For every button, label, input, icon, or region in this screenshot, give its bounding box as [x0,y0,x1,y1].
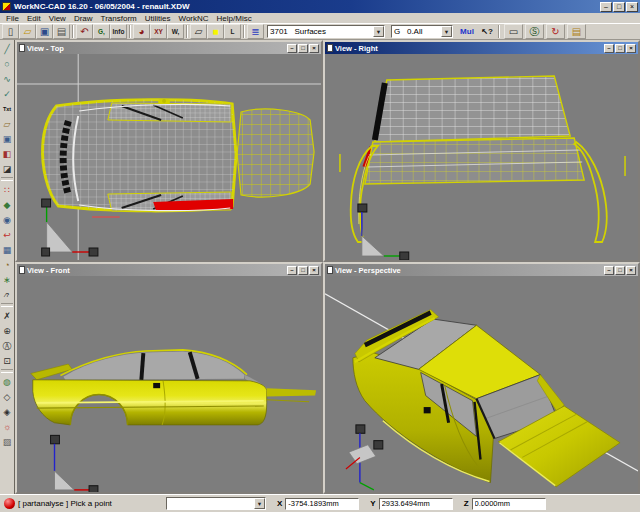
viewport-right-canvas[interactable] [325,54,638,260]
restore-button[interactable]: □ [615,44,625,53]
menu-item-draw[interactable]: Draw [70,14,97,23]
xy-point-button[interactable]: XY [150,24,167,39]
spline-tool[interactable]: ∿ [0,71,14,86]
menu-item-utilities[interactable]: Utilities [141,14,175,23]
analysis-pie-button[interactable]: ◕ [133,24,150,39]
separator [243,25,245,38]
dropdown-arrow-icon[interactable]: ▼ [373,26,384,37]
wireframe-mode-tool[interactable]: ◇ [0,389,14,404]
mesh-tool[interactable]: ◆ [0,197,14,212]
dynamic-view-tool[interactable]: ☼ [0,419,14,434]
material-mode-tool[interactable]: ▨ [0,434,14,449]
menu-item-edit[interactable]: Edit [23,14,45,23]
snap-mode-dropdown[interactable]: ▼ [166,497,266,510]
offset-surface-tool[interactable]: ∗ [0,272,14,287]
main-toolbar: ▯▱▣▤↶G,Info◕XYW,▱■L≣ 3701 Surfaces ▼ G 0… [0,23,640,40]
toolbar-file-group: ▯▱▣▤↶G,Info◕XYW,▱■L≣ [2,24,264,39]
zoom-all-tool[interactable]: Ⓐ [0,338,14,353]
polygon-select-button[interactable]: ▱ [190,24,207,39]
new-file-button[interactable]: ▯ [2,24,19,39]
restore-button[interactable]: □ [615,266,625,275]
layer-l-button[interactable]: L [224,24,241,39]
z-coordinate-input[interactable] [472,498,546,510]
plane-tool[interactable]: ▱ [0,116,14,131]
surface-revolve-tool[interactable]: ◪ [0,161,14,176]
screen-view-button[interactable]: ▭ [504,24,523,39]
car-right-view [325,54,638,260]
worknc-w-button[interactable]: W, [167,24,184,39]
close-button[interactable]: × [626,2,638,12]
mul-button[interactable]: Mul [456,24,478,39]
viewport-right: View - Right – □ × [323,40,640,262]
separator [1,177,13,181]
zoom-in-tool[interactable]: ⊕ [0,323,14,338]
measure-tool[interactable]: ∕? [0,287,14,302]
zoom-window-tool[interactable]: ⊡ [0,353,14,368]
menu-item-view[interactable]: View [45,14,70,23]
menu-item-worknc[interactable]: WorkNC [175,14,213,23]
screen-copy-button[interactable]: ▤ [567,24,586,39]
print-button[interactable]: ▤ [53,24,70,39]
document-icon [327,44,333,52]
context-help-button[interactable]: ↖? [478,24,496,39]
x-coordinate-input[interactable] [285,498,359,510]
viewport-perspective-canvas[interactable] [325,276,638,492]
circle-tool[interactable]: ○ [0,56,14,71]
layers-list-button[interactable]: ≣ [247,24,264,39]
menu-item-help-misc[interactable]: Help/Misc [213,14,256,23]
viewport-top-canvas[interactable] [17,54,321,260]
menu-item-file[interactable]: File [2,14,23,23]
y-coordinate-label: Y [370,499,375,508]
text-tool[interactable]: Txt [0,101,14,116]
surfaces-dropdown[interactable]: 3701 Surfaces ▼ [267,25,385,38]
document-icon [19,266,25,274]
minimize-button[interactable]: – [287,44,297,53]
restore-button[interactable]: □ [613,2,625,12]
viewport-perspective-title: View - Perspective [335,266,401,275]
back-tool[interactable]: ↩ [0,227,14,242]
restore-button[interactable]: □ [298,266,308,275]
close-button[interactable]: × [626,266,636,275]
restore-button[interactable]: □ [298,44,308,53]
boundary-tool[interactable]: ▣ [0,131,14,146]
dropdown-arrow-icon[interactable]: ▼ [441,26,452,37]
screen-redraw-button[interactable]: ↻ [546,24,565,39]
window-titlebar[interactable]: WorkNC-CAD 16.20 - 06/05/2004 - renault.… [0,0,640,13]
menu-item-transform[interactable]: Transform [97,14,141,23]
viewport-right-titlebar[interactable]: View - Right – □ × [325,42,638,54]
viewport-perspective-titlebar[interactable]: View - Perspective – □ × [325,264,638,276]
grid-tool[interactable]: ▦ [0,242,14,257]
points-analysis-tool[interactable]: ∷ [0,182,14,197]
open-folder-button[interactable]: ▱ [19,24,36,39]
toolbar-separator [498,25,500,38]
delete-tool[interactable]: ✗ [0,308,14,323]
view-rotate-tool[interactable]: ◔ [0,257,14,272]
viewport-top: View - Top – □ × [15,40,323,262]
close-button[interactable]: × [309,44,319,53]
minimize-button[interactable]: – [287,266,297,275]
viewport-top-titlebar[interactable]: View - Top – □ × [17,42,321,54]
viewport-front-titlebar[interactable]: View - Front – □ × [17,264,321,276]
shaded-mode-tool[interactable]: ◍ [0,374,14,389]
active-color-swatch[interactable]: ■ [207,24,224,39]
close-button[interactable]: × [626,44,636,53]
separator [72,25,74,38]
group-dropdown[interactable]: G 0.All ▼ [391,25,453,38]
project-curve-tool[interactable]: ◉ [0,212,14,227]
viewport-front-canvas[interactable] [17,276,321,492]
save-button[interactable]: ▣ [36,24,53,39]
info-button[interactable]: Info [110,24,127,39]
minimize-button[interactable]: – [600,2,612,12]
y-coordinate-input[interactable] [379,498,453,510]
select-point-tool[interactable]: ✓ [0,86,14,101]
dropdown-arrow-icon[interactable]: ▼ [254,498,265,509]
hidden-line-mode-tool[interactable]: ◈ [0,404,14,419]
line-tool[interactable]: ╱ [0,41,14,56]
screen-save-button[interactable]: Ⓢ [525,24,544,39]
minimize-button[interactable]: – [604,44,614,53]
surface-extrude-tool[interactable]: ◧ [0,146,14,161]
minimize-button[interactable]: – [604,266,614,275]
close-button[interactable]: × [309,266,319,275]
group-info-button[interactable]: G, [93,24,110,39]
undo-button[interactable]: ↶ [76,24,93,39]
